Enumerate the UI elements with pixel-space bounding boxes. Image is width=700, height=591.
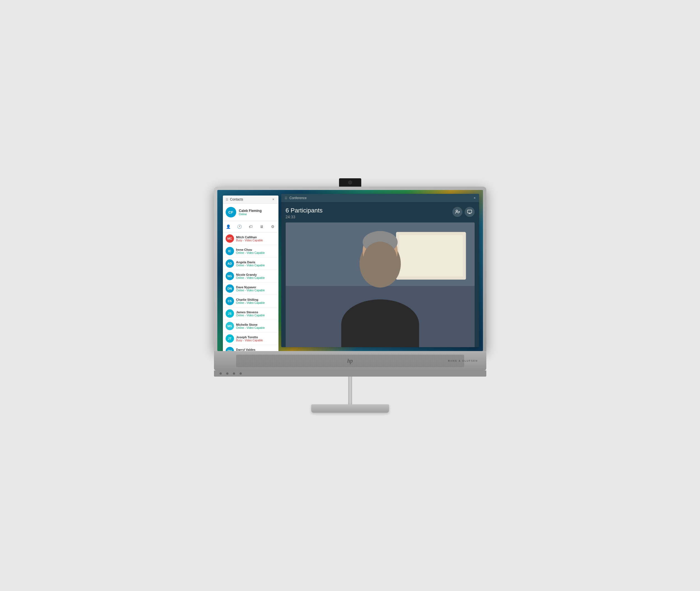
contact-item-js[interactable]: JS James Stevens Online - Video Capable <box>223 308 279 320</box>
contacts-screen-icon[interactable]: 🖥 <box>258 223 266 231</box>
contacts-close-button[interactable]: × <box>271 197 276 202</box>
contact-avatar-dv: DV <box>226 347 234 351</box>
svg-rect-3 <box>467 210 472 213</box>
monitor-wrapper: ☰ Contacts × CF Caleb Fleming Online <box>214 178 486 413</box>
contacts-header-left: ☰ Contacts <box>226 197 243 201</box>
contact-info-ad: Angela Davis Online - Video Capable <box>236 261 265 267</box>
current-user-name: Caleb Fleming <box>239 209 262 213</box>
contact-avatar-js: JS <box>226 309 234 318</box>
contact-item-dv[interactable]: DV Darryl Valdes Online - Video Capable <box>223 345 279 351</box>
contact-info-dn: Dave Nypaver Online - Video Capable <box>236 285 265 292</box>
contact-status-mc: Busy - Video Capable <box>236 239 263 242</box>
monitor-stand-neck <box>348 377 352 404</box>
contact-avatar-mc: MC <box>226 235 234 243</box>
monitor-button-2[interactable] <box>226 373 228 375</box>
contact-name-dv: Darryl Valdes <box>236 348 265 351</box>
contact-name-ad: Angela Davis <box>236 261 265 264</box>
svg-rect-13 <box>383 251 391 256</box>
contact-status-js: Online - Video Capable <box>236 314 265 317</box>
svg-point-0 <box>456 210 457 212</box>
conference-header: ☰ Conference × <box>281 194 479 202</box>
conference-panel: ☰ Conference × 6 Participants 24:33 <box>281 194 479 347</box>
svg-rect-8 <box>399 235 463 277</box>
current-user-profile: CF Caleb Fleming Online <box>223 204 279 221</box>
contacts-tag-icon[interactable]: 🏷 <box>247 223 254 231</box>
monitor-button-4[interactable] <box>240 373 242 375</box>
contact-item-mc[interactable]: MC Mitch Callihan Busy - Video Capable <box>223 233 279 245</box>
contact-info-c5: Charlie Shilling Online - Video Capable <box>236 298 265 305</box>
contact-info-ic: Irene Chou Online - Video Capable <box>236 248 265 254</box>
contact-name-c5: Charlie Shilling <box>236 298 265 301</box>
contact-info-mc: Mitch Callihan Busy - Video Capable <box>236 236 263 242</box>
contacts-toolbar: 👤 🕐 🏷 🖥 ⚙ <box>223 221 279 233</box>
contact-name-ic: Irene Chou <box>236 248 265 251</box>
contact-avatar-dn: DN <box>226 284 234 293</box>
contact-status-jt: Busy - Video Capable <box>236 339 263 342</box>
webcam <box>339 178 361 187</box>
conference-body: 6 Participants 24:33 <box>281 202 479 347</box>
contact-item-ng[interactable]: NG Nicole Grandy Online - Video Capable <box>223 270 279 282</box>
contact-info-jt: Joseph Toretto Busy - Video Capable <box>236 335 263 342</box>
monitor-bottom-bezel: hp BANG & OLUFSEN <box>214 351 486 371</box>
svg-rect-12 <box>369 251 377 256</box>
conference-info: 6 Participants 24:33 <box>286 207 475 219</box>
contact-avatar-jt: JT <box>226 334 234 343</box>
contact-item-dn[interactable]: DN Dave Nypaver Online - Video Capable <box>223 282 279 295</box>
contacts-title: Contacts <box>230 197 243 201</box>
contact-item-ic[interactable]: IC Irene Chou Online - Video Capable <box>223 245 279 257</box>
monitor-button-1[interactable] <box>220 373 222 375</box>
contact-name-ng: Nicole Grandy <box>236 273 265 276</box>
call-timer: 24:33 <box>286 215 323 219</box>
contact-status-ms: Online - Video Capable <box>236 326 265 329</box>
contact-avatar-c5: C5 <box>226 297 234 305</box>
contacts-header: ☰ Contacts × <box>223 196 279 204</box>
current-user-info: Caleb Fleming Online <box>239 209 262 216</box>
contacts-gear-icon[interactable]: ⚙ <box>269 223 277 231</box>
monitor-frame: ☰ Contacts × CF Caleb Fleming Online <box>214 187 486 351</box>
current-user-status: Online <box>239 213 262 216</box>
contacts-panel-icon: ☰ <box>226 198 228 201</box>
conference-close-button[interactable]: × <box>473 196 475 200</box>
contacts-clock-icon[interactable]: 🕐 <box>236 223 243 231</box>
contact-name-dn: Dave Nypaver <box>236 285 265 289</box>
contact-status-ad: Online - Video Capable <box>236 264 265 267</box>
hp-logo: hp <box>347 358 353 364</box>
contact-info-js: James Stevens Online - Video Capable <box>236 311 265 317</box>
contact-avatar-ad: AD <box>226 259 234 268</box>
contact-item-c5[interactable]: C5 Charlie Shilling Online - Video Capab… <box>223 295 279 308</box>
contact-status-ng: Online - Video Capable <box>236 276 265 279</box>
contact-info-dv: Darryl Valdes Online - Video Capable <box>236 348 265 351</box>
participants-info: 6 Participants 24:33 <box>286 207 323 219</box>
participants-count: 6 Participants <box>286 207 323 214</box>
conference-top-actions <box>452 207 475 217</box>
contact-avatar-ng: NG <box>226 272 234 280</box>
contacts-panel: ☰ Contacts × CF Caleb Fleming Online <box>223 196 279 351</box>
contact-name-js: James Stevens <box>236 311 265 314</box>
contact-status-c5: Online - Video Capable <box>236 301 265 305</box>
screen: ☰ Contacts × CF Caleb Fleming Online <box>217 190 483 351</box>
contacts-person-icon[interactable]: 👤 <box>225 223 232 231</box>
video-person-display <box>286 222 475 347</box>
svg-point-11 <box>363 231 398 253</box>
contact-avatar-ms: MS <box>226 322 234 330</box>
contact-name-mc: Mitch Callihan <box>236 236 263 239</box>
contact-name-ms: Michelle Stone <box>236 323 265 326</box>
contact-info-ms: Michelle Stone Online - Video Capable <box>236 323 265 329</box>
screen-share-button[interactable] <box>465 207 475 217</box>
monitor-button-3[interactable] <box>233 373 235 375</box>
main-video <box>286 222 475 347</box>
webcam-lens <box>348 181 352 184</box>
contact-list: MC Mitch Callihan Busy - Video Capable I… <box>223 233 279 351</box>
contact-item-ad[interactable]: AD Angela Davis Online - Video Capable <box>223 257 279 270</box>
contact-item-ms[interactable]: MS Michelle Stone Online - Video Capable <box>223 320 279 332</box>
current-user-avatar: CF <box>226 207 236 217</box>
add-participant-button[interactable] <box>452 207 462 217</box>
monitor-bottom: hp BANG & OLUFSEN <box>214 351 486 371</box>
monitor-controls-bar <box>214 371 486 377</box>
contact-status-ic: Online - Video Capable <box>236 251 265 254</box>
contact-name-jt: Joseph Toretto <box>236 335 263 339</box>
conference-title: Conference <box>290 196 307 200</box>
contact-item-jt[interactable]: JT Joseph Toretto Busy - Video Capable <box>223 332 279 345</box>
contact-status-dn: Online - Video Capable <box>236 289 265 292</box>
contact-info-ng: Nicole Grandy Online - Video Capable <box>236 273 265 279</box>
